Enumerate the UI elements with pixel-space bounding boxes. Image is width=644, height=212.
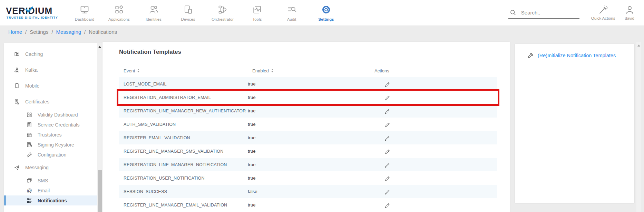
nav-item-label: Identities	[146, 17, 162, 21]
nav-item-label: Settings	[318, 17, 334, 21]
edit-pencil-icon[interactable]	[384, 135, 497, 141]
primary-nav: Dashboard Applications Identities Device…	[67, 0, 343, 26]
mobile-icon	[14, 83, 20, 89]
enabled-cell: true	[248, 108, 374, 113]
quick-actions-button[interactable]: Quick Actions	[591, 5, 615, 20]
applications-icon	[114, 4, 124, 15]
table-row: LOST_MODE_EMAIL true	[119, 77, 497, 91]
sidebar-item-notifications[interactable]: Notifications	[4, 195, 97, 205]
user-name-label: david	[625, 16, 635, 20]
user-menu[interactable]: david	[625, 5, 635, 20]
sidebar-item-label: Validity Dashboard	[38, 112, 78, 118]
sidebar-item-label: Email	[38, 188, 50, 193]
signing-keystore-icon	[26, 142, 32, 148]
logo-tagline: TRUSTED DIGITAL IDENTITY	[6, 16, 67, 19]
nav-item-tools[interactable]: Tools	[240, 0, 274, 26]
table-row: REGISTER_LINE_MANAGER_EMAIL_VALIDATION t…	[119, 198, 497, 212]
enabled-cell: false	[248, 189, 374, 194]
nav-item-label: Dashboard	[75, 17, 94, 21]
sidebar-item-label: Kafka	[25, 67, 38, 73]
nav-item-orchestrator[interactable]: Orchestrator	[205, 0, 240, 26]
event-cell: AUTH_SMS_VALIDATION	[119, 122, 248, 127]
event-cell: REGISTER_LINE_MANAGER_SMS_VALIDATION	[119, 149, 248, 154]
edit-pencil-icon[interactable]	[384, 94, 497, 101]
event-cell: REGISTRATION_ADMINISTRATOR_EMAIL	[119, 95, 248, 100]
search-input[interactable]	[520, 9, 574, 16]
sidebar-item-caching[interactable]: Caching	[4, 46, 97, 62]
sidebar-item-mobile[interactable]: Mobile	[4, 78, 97, 94]
sidebar-item-label: Signing Keystore	[38, 142, 74, 148]
sidebar-item-validity-dashboard[interactable]: Validity Dashboard	[4, 110, 97, 120]
edit-pencil-icon[interactable]	[384, 148, 497, 154]
sidebar-item-certificates[interactable]: Certificates	[4, 94, 97, 110]
table-row: REGISTRATION_USER_NOTIFICATION true	[119, 171, 497, 185]
sidebar-list: Caching Kafka Mobile Certificates Validi…	[4, 43, 97, 205]
breadcrumb-home[interactable]: Home	[8, 29, 22, 35]
quick-actions-label: Quick Actions	[591, 16, 615, 20]
sidebar-item-label: Caching	[25, 51, 43, 57]
kafka-icon	[14, 67, 20, 73]
nav-item-dashboard[interactable]: Dashboard	[67, 0, 102, 26]
email-icon: @	[26, 188, 32, 194]
event-cell: REGISTRATION_USER_NOTIFICATION	[119, 176, 248, 181]
sidebar-item-label: Mobile	[25, 83, 39, 89]
tools-icon	[252, 4, 262, 15]
scroll-up-arrow-icon[interactable]	[637, 44, 640, 47]
sidebar-item-label: Truststores	[38, 132, 62, 138]
veridium-logo: VERIDIUM TRUSTED DIGITAL IDENTITY	[0, 6, 67, 19]
edit-pencil-icon[interactable]	[384, 108, 497, 114]
reinitialize-templates-link[interactable]: (Re)Initialize Notification Templates	[538, 53, 616, 58]
sidebar-scrollbar[interactable]	[97, 43, 103, 212]
wrench-icon	[527, 52, 534, 59]
table-row: SESSION_SUCCESS false	[119, 185, 497, 198]
notification-templates-table: Event Enabled Actions LOST_MODE_EMAIL tr…	[119, 64, 497, 212]
nav-item-applications[interactable]: Applications	[102, 0, 136, 26]
event-cell: REGISTER_EMAIL_VALIDATION	[119, 135, 248, 140]
breadcrumb-separator: /	[51, 29, 53, 35]
enabled-cell: true	[248, 162, 374, 167]
enabled-cell: true	[248, 175, 374, 181]
nav-item-devices[interactable]: Devices	[171, 0, 205, 26]
edit-pencil-icon[interactable]	[384, 121, 497, 128]
edit-pencil-icon[interactable]	[384, 162, 497, 168]
table-row: REGISTRATION_ADMINISTRATOR_EMAIL true	[119, 91, 497, 104]
table-row: REGISTRATION_LINE_MANAGER_NEW_AUTHENTICA…	[119, 104, 497, 118]
messaging-icon	[14, 164, 20, 171]
certificates-icon	[14, 99, 20, 105]
nav-item-audit[interactable]: Audit	[274, 0, 309, 26]
global-search	[508, 7, 579, 19]
enabled-cell: true	[248, 135, 374, 140]
edit-pencil-icon[interactable]	[384, 81, 497, 87]
sidebar-scrollbar-thumb[interactable]	[98, 170, 102, 212]
edit-pencil-icon[interactable]	[384, 175, 497, 181]
table-row: REGISTRATION_LINE_MANAGER_NOTIFICATION t…	[119, 158, 497, 171]
enabled-cell: true	[248, 149, 374, 154]
page-scrollbar[interactable]	[636, 42, 641, 212]
sidebar-item-email[interactable]: @ Email	[4, 185, 97, 195]
notification-templates-panel: Notification Templates Event Enabled Act…	[103, 42, 510, 212]
caching-icon	[14, 51, 20, 57]
sidebar-item-messaging[interactable]: Messaging	[4, 160, 97, 175]
nav-item-label: Applications	[108, 17, 130, 21]
sidebar-item-truststores[interactable]: Truststores	[4, 130, 97, 140]
sidebar-item-label: Notifications	[38, 198, 67, 203]
sort-icon	[271, 69, 273, 73]
breadcrumb-messaging[interactable]: Messaging	[56, 29, 81, 35]
column-header-event[interactable]: Event	[119, 68, 248, 73]
sidebar-item-sms[interactable]: SMS	[4, 175, 97, 185]
column-header-event-label: Event	[124, 68, 135, 73]
logo-check-icon	[26, 7, 33, 12]
scroll-up-arrow-icon[interactable]	[98, 46, 101, 48]
settings-sidebar: Caching Kafka Mobile Certificates Validi…	[4, 43, 97, 212]
sidebar-item-service-credentials[interactable]: Service Credentials	[4, 120, 97, 130]
edit-pencil-icon[interactable]	[384, 189, 497, 195]
nav-item-identities[interactable]: Identities	[136, 0, 171, 26]
sidebar-item-kafka[interactable]: Kafka	[4, 62, 97, 78]
column-header-actions: Actions	[374, 68, 497, 73]
column-header-enabled[interactable]: Enabled	[248, 68, 374, 73]
nav-item-settings[interactable]: Settings	[309, 0, 343, 26]
sidebar-item-signing-keystore[interactable]: Signing Keystore	[4, 140, 97, 150]
enabled-cell: true	[248, 81, 374, 87]
sidebar-item-configuration[interactable]: Configuration	[4, 150, 97, 160]
edit-pencil-icon[interactable]	[384, 202, 497, 208]
